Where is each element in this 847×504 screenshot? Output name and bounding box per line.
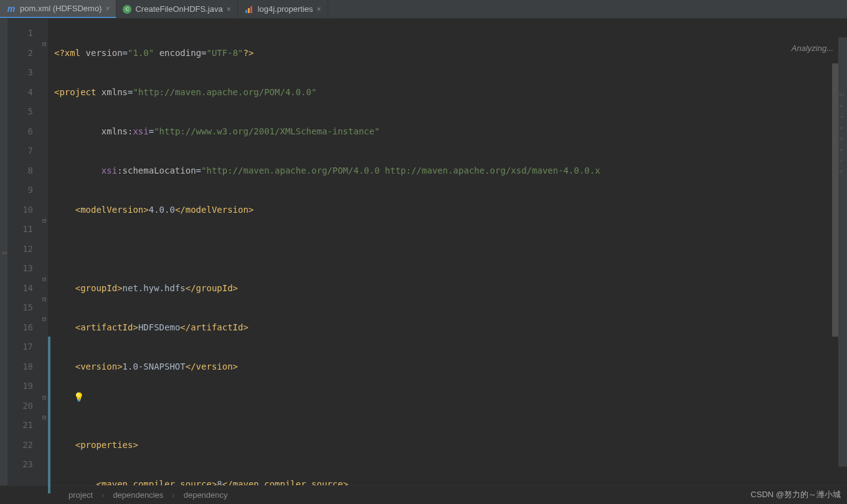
maven-icon: m xyxy=(6,4,16,14)
analysis-status: Analyzing... xyxy=(792,44,833,53)
right-tool-strip[interactable]: D a t a b a s e xyxy=(838,37,847,467)
svg-rect-1 xyxy=(248,8,250,13)
tab-java-file[interactable]: C CreateFileOnHDFS.java × xyxy=(116,0,237,18)
close-icon[interactable]: × xyxy=(227,5,231,14)
fold-end-icon[interactable]: ⊟ xyxy=(41,394,47,401)
close-icon[interactable]: × xyxy=(317,5,321,14)
tab-label: pom.xml (HDFSDemo) xyxy=(20,4,102,13)
scrollbar-thumb[interactable] xyxy=(832,63,838,337)
fold-collapse-icon[interactable]: ⊟ xyxy=(41,414,47,421)
close-icon[interactable]: × xyxy=(105,4,110,13)
fold-column[interactable]: ⊟ ⊟ ⊟ ⊟ ⊟ ⊟ ⊟ xyxy=(39,19,48,485)
chevron-right-icon: › xyxy=(102,490,104,500)
fold-end-icon[interactable]: ⊟ xyxy=(41,276,47,282)
watermark: CSDN @努力的～潍小城 xyxy=(750,489,841,500)
scrollbar[interactable] xyxy=(832,63,838,465)
tab-pom-xml[interactable]: m pom.xml (HDFSDemo) × xyxy=(0,0,116,18)
breadcrumb-item[interactable]: dependencies xyxy=(113,490,163,500)
breadcrumb-item[interactable]: project xyxy=(69,490,93,500)
fold-collapse-icon[interactable]: ⊟ xyxy=(41,41,47,47)
svg-rect-2 xyxy=(250,6,252,13)
breadcrumb-bar: project › dependencies › dependency xyxy=(0,485,847,504)
tab-label: CreateFileOnHDFS.java xyxy=(135,4,222,14)
editor-tabs: m pom.xml (HDFSDemo) × C CreateFileOnHDF… xyxy=(0,0,847,19)
java-class-icon: C xyxy=(123,5,131,14)
code-area[interactable]: <?xml version="1.0" encoding="UTF-8"?> <… xyxy=(48,19,847,485)
chevron-right-icon: › xyxy=(172,490,174,500)
tab-properties-file[interactable]: log4j.properties × xyxy=(238,0,328,18)
editor: S 1 2 3 4 5 6 7 8 9 10 11 12 13 14 15 16… xyxy=(0,19,847,485)
fold-collapse-icon[interactable]: ⊟ xyxy=(41,296,47,302)
line-gutter[interactable]: 1 2 3 4 5 6 7 8 9 10 11 12 13 14 15 16 1… xyxy=(7,19,48,485)
tab-label: log4j.properties xyxy=(258,4,313,14)
fold-collapse-icon[interactable]: ⊟ xyxy=(41,316,47,322)
svg-rect-0 xyxy=(245,10,247,13)
fold-collapse-icon[interactable]: ⊟ xyxy=(41,218,47,224)
properties-icon xyxy=(244,4,254,14)
breadcrumb-item[interactable]: dependency xyxy=(184,490,228,500)
left-tool-strip[interactable]: S xyxy=(0,19,7,485)
